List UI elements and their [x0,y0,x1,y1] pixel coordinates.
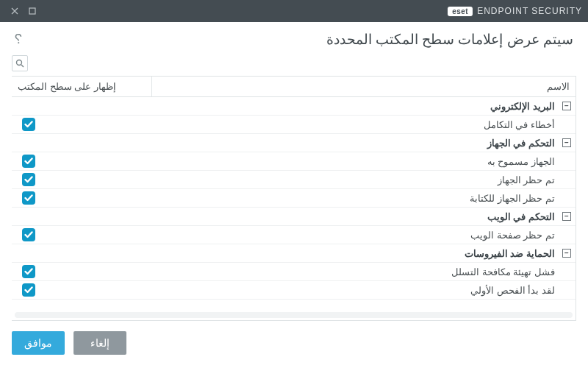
cancel-button[interactable]: إلغاء [74,331,126,355]
item-row: فشل تهيئة مكافحة التسلل [12,263,576,281]
column-show-on-desktop[interactable]: إظهار على سطح المكتب [12,77,151,96]
show-on-desktop-checkbox[interactable] [22,228,35,241]
group-label: التحكم في الويب [151,211,558,222]
item-row: تم حظر صفحة الويب [12,226,576,244]
close-icon[interactable] [6,2,24,20]
horizontal-scrollbar[interactable] [12,310,576,320]
item-row: تم حظر الجهاز [12,171,576,189]
ok-button[interactable]: موافق [12,331,65,355]
page-header: سيتم عرض إعلامات سطح المكتب المحددة ? [0,22,588,55]
search-row [0,55,588,76]
svg-rect-0 [29,8,35,14]
item-label: تم حظر الجهاز للكتابة [151,193,558,204]
help-icon[interactable]: ? [15,32,22,47]
group-label: الحماية ضد الفيروسات [151,248,558,259]
collapse-icon[interactable]: − [562,212,571,221]
item-label: فشل تهيئة مكافحة التسلل [151,266,558,277]
item-row: لقد بدأ الفحص الأولي [12,281,576,300]
notifications-table: الاسم إظهار على سطح المكتب −البريد الإلك… [12,76,576,321]
item-row: الجهاز مسموح به [12,152,576,171]
dialog-footer: إلغاء موافق [0,321,588,368]
group-label: التحكم في الجهاز [151,138,558,149]
show-on-desktop-checkbox[interactable] [22,265,35,278]
svg-point-1 [17,60,22,66]
show-on-desktop-checkbox[interactable] [22,173,35,186]
collapse-icon[interactable]: − [562,102,571,110]
item-label: الجهاز مسموح به [151,156,558,167]
item-label: لقد بدأ الفحص الأولي [151,285,558,296]
brand-product: ENDPOINT SECURITY [477,6,582,16]
title-bar: eset ENDPOINT SECURITY [0,0,588,22]
brand-badge: eset [448,7,473,16]
item-label: أخطاء في التكامل [151,119,558,130]
group-label: البريد الإلكتروني [151,101,558,112]
collapse-icon[interactable]: − [562,138,571,147]
maximize-icon[interactable] [24,2,41,20]
item-label: تم حظر صفحة الويب [151,230,558,241]
item-row: تم حظر الجهاز للكتابة [12,189,576,208]
group-row[interactable]: −البريد الإلكتروني [12,97,576,116]
group-row[interactable]: −الحماية ضد الفيروسات [12,244,576,263]
page-title: سيتم عرض إعلامات سطح المكتب المحددة [326,31,573,48]
group-row[interactable]: −التحكم في الويب [12,208,576,226]
show-on-desktop-checkbox[interactable] [22,155,35,168]
item-label: تم حظر الجهاز [151,174,558,185]
group-row[interactable]: −التحكم في الجهاز [12,134,576,152]
table-header: الاسم إظهار على سطح المكتب [12,77,576,97]
table-body: −البريد الإلكترونيأخطاء في التكامل−التحك… [12,97,576,310]
show-on-desktop-checkbox[interactable] [22,118,35,131]
column-name[interactable]: الاسم [151,77,576,96]
show-on-desktop-checkbox[interactable] [22,283,35,297]
search-button[interactable] [12,55,28,71]
item-row: أخطاء في التكامل [12,116,576,134]
show-on-desktop-checkbox[interactable] [22,191,35,205]
collapse-icon[interactable]: − [562,249,571,258]
